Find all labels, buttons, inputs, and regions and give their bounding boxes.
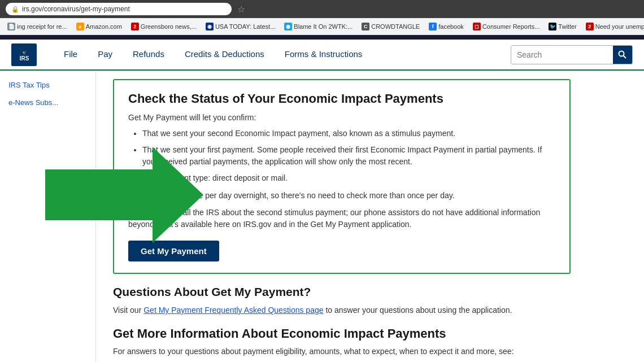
bookmark-label: ing receipt for re...: [17, 23, 67, 30]
bookmark-favicon-cr: ◻: [473, 23, 481, 30]
svg-line-4: [624, 55, 626, 58]
bookmark-favicon-greensboro: 2: [131, 23, 139, 30]
nav-refunds[interactable]: Refunds: [123, 39, 175, 70]
bookmark-label: Blame It On 2WTK:...: [294, 23, 353, 30]
bookmark-label: CROWDTANGLE: [371, 23, 420, 30]
bookmark-blame[interactable]: ◉ Blame It On 2WTK:...: [281, 21, 355, 32]
nav-pay[interactable]: Pay: [88, 39, 123, 70]
nav-credits-deductions[interactable]: Credits & Deductions: [175, 39, 275, 70]
bookmark-favicon-receipt: 📄: [7, 23, 15, 30]
bookmark-favicon-usatoday: ◉: [206, 23, 214, 30]
more-info-section: Get More Information About Economic Impa…: [113, 326, 571, 362]
irs-logo-icon: 🦅 IRS: [11, 43, 37, 66]
questions-text-after: to answer your questions about using the…: [324, 306, 512, 315]
questions-section-text: Visit our Get My Payment Frequently Aske…: [113, 304, 571, 316]
bookmark-label: Twitter: [558, 23, 576, 30]
bookmark-crowdtangle[interactable]: C CROWDTANGLE: [359, 21, 423, 32]
svg-point-3: [619, 51, 624, 56]
nav-file[interactable]: File: [54, 39, 88, 70]
bookmark-favicon-crowdtangle: C: [362, 23, 369, 30]
status-box-title: Check the Status of Your Economic Impact…: [128, 91, 555, 106]
lock-icon: 🔒: [11, 6, 19, 13]
status-box: Check the Status of Your Economic Impact…: [113, 79, 571, 274]
svg-text:🦅: 🦅: [21, 50, 27, 55]
more-info-title: Get More Information About Economic Impa…: [113, 326, 571, 341]
main-content: Check the Status of Your Economic Impact…: [96, 71, 588, 362]
irs-logo[interactable]: 🦅 IRS: [11, 43, 37, 66]
sidebar: IRS Tax Tips e-News Subs...: [0, 71, 96, 362]
address-bar[interactable]: 🔒 irs.gov/coronavirus/get-my-payment: [6, 3, 232, 15]
search-bar: [511, 45, 633, 64]
bookmark-label: Greensboro news,...: [141, 23, 197, 30]
bookmark-favicon-blame: ◉: [284, 23, 292, 30]
bookmark-label: USA TODAY: Latest...: [215, 23, 275, 30]
sidebar-item-tax-tips[interactable]: IRS Tax Tips: [0, 76, 95, 94]
bullet-list: That we sent your second Economic Impact…: [142, 128, 555, 184]
nav-forms-instructions[interactable]: Forms & Instructions: [275, 39, 373, 70]
bookmark-favicon-need: 2: [586, 23, 594, 30]
data-update-text: Data is updated once per day overnight, …: [128, 191, 555, 200]
bookmark-label: Need your unempl...: [595, 23, 644, 30]
bookmark-need[interactable]: 2 Need your unempl...: [583, 21, 644, 32]
bullet-item-2: That we sent your first payment. Some pe…: [142, 144, 555, 168]
confirm-text: Get My Payment will let you confirm:: [128, 113, 555, 122]
browser-chrome: 🔒 irs.gov/coronavirus/get-my-payment ☆: [0, 0, 644, 18]
bookmark-receipt[interactable]: 📄 ing receipt for re...: [5, 21, 70, 32]
search-button[interactable]: [613, 45, 632, 64]
sidebar-item-enews[interactable]: e-News Subs...: [0, 94, 95, 111]
bookmark-label: facebook: [438, 23, 464, 30]
search-input[interactable]: [511, 46, 613, 64]
svg-text:IRS: IRS: [19, 55, 29, 62]
irs-navigation: 🦅 IRS File Pay Refunds Credits & Deducti…: [0, 40, 644, 71]
bookmark-twitter[interactable]: 🐦 Twitter: [546, 21, 579, 32]
bookmark-favicon-amazon: a: [76, 23, 84, 30]
address-text: irs.gov/coronavirus/get-my-payment: [22, 5, 130, 13]
bookmark-favicon-facebook: f: [429, 23, 437, 30]
bookmark-facebook[interactable]: f facebook: [426, 21, 467, 32]
bookmarks-bar: 📄 ing receipt for re... a Amazon.com 2 G…: [0, 18, 644, 35]
page-layout: IRS Tax Tips e-News Subs... Check the St…: [0, 71, 644, 362]
bookmark-label: Amazon.com: [86, 23, 122, 30]
no-call-text: Please do not call the IRS about the sec…: [128, 207, 555, 230]
irs-nav-items: File Pay Refunds Credits & Deductions Fo…: [54, 39, 511, 70]
more-info-intro: For answers to your questions about paym…: [113, 347, 571, 356]
bookmark-label: Consumer Reports...: [482, 23, 539, 30]
questions-section-title: Questions About Get My Payment?: [113, 285, 571, 299]
bookmark-greensboro[interactable]: 2 Greensboro news,...: [128, 21, 199, 32]
bookmark-consumer-reports[interactable]: ◻ Consumer Reports...: [470, 21, 542, 32]
questions-section: Questions About Get My Payment? Visit ou…: [113, 285, 571, 316]
get-my-payment-button[interactable]: Get My Payment: [128, 241, 219, 261]
faq-link[interactable]: Get My Payment Frequently Asked Question…: [143, 306, 323, 315]
bookmark-star-icon[interactable]: ☆: [237, 4, 245, 15]
bullet-item-3: Your payment type: direct deposit or mai…: [142, 172, 555, 184]
bookmark-usatoday[interactable]: ◉ USA TODAY: Latest...: [203, 21, 278, 32]
questions-text-before: Visit our: [113, 306, 143, 315]
bookmark-favicon-twitter: 🐦: [549, 23, 556, 30]
bullet-item-1: That we sent your second Economic Impact…: [142, 128, 555, 139]
bookmark-amazon[interactable]: a Amazon.com: [73, 21, 125, 32]
